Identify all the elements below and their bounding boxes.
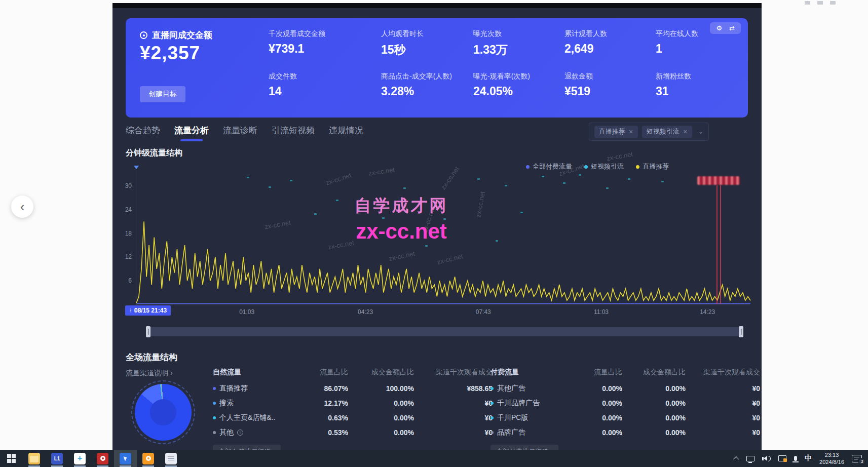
table-row: 品牌广告0.00%0.00%¥0	[490, 428, 760, 437]
tab-2[interactable]: 流量分析	[174, 125, 209, 141]
row-label: 千川PC版	[497, 413, 528, 422]
row-dot	[490, 387, 494, 390]
ime-indicator[interactable]: 中	[805, 454, 812, 463]
taskbar-file-explorer-button[interactable]	[23, 450, 46, 467]
kpi-toolbar: ⚙ ⇄	[710, 22, 741, 34]
info-icon[interactable]: ?	[237, 430, 243, 436]
y-axis-tick: 12	[125, 253, 132, 260]
tab-1[interactable]: 综合趋势	[126, 125, 160, 141]
stream-end-marker-badge	[697, 176, 740, 185]
row-label: 个人主页&店铺&..	[219, 413, 275, 422]
row-value: ¥0	[686, 429, 760, 437]
legend-dot	[636, 165, 639, 169]
volume-icon[interactable]	[762, 456, 771, 461]
table-header: 自然流量流量占比成交金额占比渠道千次观看成交	[213, 368, 493, 377]
taskbar-notepad-button[interactable]	[160, 450, 182, 467]
shortvideo-blip	[563, 182, 565, 184]
x-axis-tick: 07:43	[476, 308, 491, 316]
desktop: ‹ 直播间成交金额 ¥2,357 创建目标 千次观看成交金额¥739.1人均观看…	[0, 0, 868, 467]
taskbar-apps: L1+	[0, 450, 182, 467]
network-icon[interactable]	[746, 456, 754, 461]
chip-close-icon[interactable]: ✕	[629, 129, 633, 135]
kpi-metric: 商品点击-成交率(人数)3.28%	[381, 72, 473, 98]
table-title: 付费流量	[490, 368, 572, 377]
tab-3[interactable]: 流量诊断	[223, 125, 257, 141]
shortvideo-blip	[505, 185, 507, 186]
slider-right-handle[interactable]	[739, 326, 743, 337]
table-col-header: 流量占比	[300, 368, 348, 377]
slider-left-handle[interactable]	[146, 326, 150, 337]
table-row: 千川PC版0.00%0.00%¥0	[490, 413, 760, 422]
row-value: 86.07%	[300, 384, 348, 393]
structure-heading: 全场流量结构	[126, 352, 177, 363]
kpi-metric-value: 14	[269, 85, 381, 98]
traffic-donut-chart	[135, 384, 192, 441]
shortvideo-blip	[579, 174, 581, 176]
y-axis-tick: 6	[128, 277, 132, 284]
row-label-cell: 直播推荐	[213, 384, 300, 393]
shortvideo-blip	[314, 213, 317, 215]
create-goal-button[interactable]: 创建目标	[140, 86, 185, 102]
tab-4[interactable]: 引流短视频	[272, 125, 315, 141]
table-col-header: 渠道千次观看成交	[414, 368, 493, 377]
kpi-metric-value: 15秒	[381, 42, 473, 58]
row-label: 其他	[219, 428, 234, 437]
kpi-metric-label: 退款金额	[564, 72, 656, 81]
shortvideo-blip	[496, 240, 498, 242]
gear-icon[interactable]: ⚙	[716, 24, 722, 32]
channel-filter-select[interactable]: 直播推荐✕短视频引流✕⌄	[589, 123, 709, 141]
tray-date: 2024/8/16	[819, 459, 844, 465]
kpi-metric: 千次观看成交金额¥739.1	[269, 29, 381, 58]
kpi-metric-label: 千次观看成交金额	[269, 29, 381, 38]
kpi-metric-value: ¥739.1	[269, 42, 381, 56]
clock[interactable]: 23:13 2024/8/16	[819, 451, 844, 466]
row-value: 0.00%	[348, 429, 414, 437]
app-l1-icon: L1	[51, 453, 63, 464]
screencast-icon[interactable]	[778, 455, 786, 461]
taskbar-app-l1-button[interactable]: L1	[46, 450, 68, 467]
x-axis-tick: 11:03	[594, 308, 609, 316]
chart-zoom-slider[interactable]	[147, 327, 742, 336]
row-value: ¥0	[414, 429, 493, 437]
row-value: 0.63%	[300, 414, 348, 422]
kpi-metric-value: 1	[656, 42, 745, 56]
row-label: 搜索	[219, 399, 234, 408]
microphone-icon[interactable]	[794, 456, 797, 461]
shortvideo-blip	[661, 181, 664, 182]
chip-close-icon[interactable]: ✕	[683, 129, 688, 135]
y-axis-tick: 30	[125, 182, 132, 189]
filter-chip[interactable]: 短视频引流✕	[642, 126, 692, 138]
taskbar-start-button[interactable]	[0, 450, 23, 467]
previous-arrow-button[interactable]: ‹	[11, 196, 33, 218]
channel-help-link[interactable]: 流量渠道说明 ›	[126, 369, 173, 378]
table-link[interactable]: 全部自然流量渠道 ›	[213, 445, 281, 450]
taskbar-app-orange-button[interactable]	[137, 450, 160, 467]
tab-5[interactable]: 违规情况	[329, 125, 363, 141]
kpi-metric-label: 成交件数	[269, 72, 381, 81]
filter-chip[interactable]: 直播推荐✕	[594, 126, 638, 138]
notification-icon[interactable]: 3	[852, 455, 862, 462]
kpi-metric: 人均观看时长15秒	[381, 29, 473, 58]
table-link[interactable]: 全部付费流量渠道 ›	[490, 445, 558, 450]
kpi-title: 直播间成交金额	[152, 29, 212, 41]
taskbar-app-red-button[interactable]	[91, 450, 114, 467]
chevron-down-icon[interactable]: ⌄	[698, 128, 703, 135]
row-label-cell: 个人主页&店铺&..	[213, 413, 300, 422]
taskbar-app-plus-button[interactable]: +	[68, 450, 91, 467]
chip-label: 短视频引流	[647, 127, 680, 136]
row-label: 千川品牌广告	[497, 399, 540, 408]
axis-pointer-label[interactable]: ⋮⋮ 08/15 21:43	[125, 305, 171, 316]
row-value: 0.00%	[622, 414, 686, 422]
natural-traffic-table: 自然流量流量占比成交金额占比渠道千次观看成交直播推荐86.07%100.00%¥…	[213, 368, 493, 450]
shortvideo-blip	[477, 178, 480, 180]
shortvideo-blip	[520, 212, 523, 213]
swap-icon[interactable]: ⇄	[729, 24, 735, 32]
row-value: 0.00%	[572, 414, 622, 422]
y-axis-tick: 18	[125, 230, 132, 237]
taskbar-app-pointer-button[interactable]	[114, 450, 137, 467]
row-label-cell: 搜索	[213, 399, 300, 408]
tray-chevron-up-icon[interactable]	[733, 456, 739, 462]
kpi-title-row: 直播间成交金额	[140, 29, 212, 41]
row-dot	[490, 431, 494, 434]
background-window-icons[interactable]	[805, 1, 836, 5]
